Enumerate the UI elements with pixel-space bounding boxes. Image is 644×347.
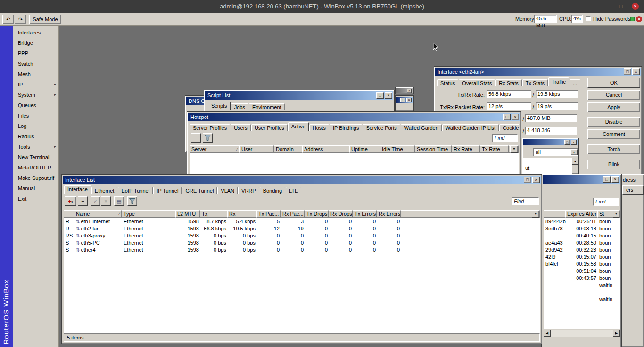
interface-row-eth1-internet[interactable]: R ⇅eth1-internet Ethernet 1598 8.7 kbps … bbox=[64, 218, 539, 225]
cancel-button[interactable]: Cancel bbox=[587, 90, 640, 100]
column-header-server[interactable]: Server∕ bbox=[190, 145, 239, 153]
column-header-type[interactable]: Type bbox=[122, 210, 175, 218]
interface-row-eth5-pc[interactable]: S ⇅eth5-PC Ethernet 1598 0 bps 0 bps 0 0… bbox=[64, 239, 539, 246]
remove-button[interactable]: − bbox=[78, 196, 88, 206]
titlebar-fragment[interactable]: □ × bbox=[396, 97, 413, 103]
blink-button[interactable]: Blink bbox=[587, 160, 640, 169]
column-header-name[interactable]: Name∕ bbox=[74, 210, 122, 218]
column-header-rx-errors[interactable]: Rx Errors bbox=[377, 210, 401, 218]
window-maximize-button[interactable]: □ bbox=[503, 114, 511, 120]
tab-server-profiles[interactable]: Server Profiles bbox=[190, 124, 230, 131]
safe-mode-button[interactable]: Safe Mode bbox=[29, 15, 61, 24]
sidebar-item-tools[interactable]: Tools▸ bbox=[13, 142, 58, 152]
scroll-up-button[interactable]: ▲ bbox=[572, 158, 578, 165]
dropdown-arrow-icon[interactable]: ▼ bbox=[570, 149, 578, 155]
tab-hosts[interactable]: Hosts bbox=[309, 124, 329, 131]
interface-row-ether4[interactable]: S ⇅ether4 Ethernet 1598 0 bps 0 bps 0 0 … bbox=[64, 246, 539, 254]
interface-row-eth2-lan[interactable]: R ⇅eth2-lan Ethernet 1598 56.8 kbps 19.5… bbox=[64, 225, 539, 232]
lease-row[interactable] bbox=[544, 289, 619, 296]
sidebar-item-switch[interactable]: Switch bbox=[13, 59, 58, 69]
filter-button[interactable] bbox=[203, 133, 213, 143]
column-header-session-time[interactable]: Session Time ... bbox=[415, 145, 452, 153]
column-header-user[interactable]: User bbox=[239, 145, 274, 153]
lease-row[interactable]: bf4fcf00:15:53boun bbox=[544, 261, 619, 268]
column-header-rx[interactable]: Rx bbox=[227, 210, 256, 218]
hotspot-titlebar[interactable]: Hotspot □ × bbox=[188, 113, 520, 121]
script-list-titlebar[interactable]: Script List □ × bbox=[205, 91, 393, 100]
titlebar-fragment[interactable]: □ × bbox=[523, 139, 578, 145]
partial-button[interactable]: ers bbox=[622, 185, 644, 195]
tab-vlan[interactable]: VLAN bbox=[217, 187, 238, 194]
lease-row[interactable]: 3edb7800:03:18boun bbox=[544, 225, 619, 232]
column-header-l2mtu[interactable]: L2 MTU bbox=[175, 210, 200, 218]
sidebar-item-mesh[interactable]: Mesh bbox=[13, 69, 58, 79]
tab-user-profiles[interactable]: User Profiles bbox=[251, 124, 288, 131]
tab-tx-stats[interactable]: Tx Stats bbox=[522, 79, 548, 86]
tab-status[interactable]: Status bbox=[437, 79, 458, 86]
column-header-domain[interactable]: Domain bbox=[274, 145, 302, 153]
column-header-tx-drops[interactable]: Tx Drops bbox=[305, 210, 329, 218]
redo-button[interactable]: ↷ bbox=[15, 15, 26, 24]
window-close-button[interactable]: × bbox=[611, 176, 619, 183]
window-close-button[interactable]: × bbox=[532, 177, 540, 183]
scroll-left-button[interactable]: ◀ bbox=[544, 330, 551, 337]
window-close-button[interactable]: × bbox=[385, 92, 392, 99]
comment-button[interactable]: Comment bbox=[587, 129, 640, 139]
window-maximize-button[interactable]: □ bbox=[624, 68, 631, 75]
sidebar-item-radius[interactable]: Radius bbox=[13, 131, 58, 142]
tab-bonding[interactable]: Bonding bbox=[260, 187, 285, 194]
lease-row[interactable]: ae4a4300:28:50boun bbox=[544, 239, 619, 246]
tab-more[interactable]: ... bbox=[570, 79, 580, 86]
sidebar-item-exit[interactable]: Exit bbox=[13, 194, 58, 204]
horizontal-scrollbar[interactable]: ◀ ▶ bbox=[544, 330, 620, 337]
tab-gre-tunnel[interactable]: GRE Tunnel bbox=[182, 187, 217, 194]
torch-button[interactable]: Torch bbox=[587, 144, 640, 154]
hide-passwords-checkbox[interactable] bbox=[586, 16, 591, 21]
find-box[interactable]: Find bbox=[593, 198, 619, 206]
sidebar-item-ip[interactable]: IP▸ bbox=[13, 79, 58, 90]
tab-interface[interactable]: Interface bbox=[64, 185, 91, 194]
app-titlebar[interactable]: admin@192.168.20.63 (bambuNET) - WinBox … bbox=[0, 0, 644, 13]
enable-button[interactable]: ✓ bbox=[91, 196, 100, 206]
tab-jobs[interactable]: Jobs bbox=[231, 103, 248, 110]
disable-button[interactable]: Disable bbox=[587, 117, 640, 127]
tab-walled-garden[interactable]: Walled Garden bbox=[401, 124, 442, 131]
add-button[interactable]: +▾ bbox=[65, 196, 76, 206]
tab-rx-stats[interactable]: Rx Stats bbox=[495, 79, 522, 86]
window-maximize-button[interactable]: □ bbox=[400, 98, 405, 102]
sidebar-item-metarouter[interactable]: MetaROUTER bbox=[13, 162, 58, 173]
window-maximize-button[interactable]: □ bbox=[603, 176, 611, 183]
remove-button[interactable]: − bbox=[191, 133, 201, 143]
column-header-tx-rate[interactable]: Tx Rate bbox=[480, 145, 509, 153]
sidebar-item-make-supout[interactable]: Make Supout.rif bbox=[13, 173, 58, 183]
sidebar-item-ppp[interactable]: PPP bbox=[13, 48, 58, 59]
tab-vrrp[interactable]: VRRP bbox=[238, 187, 259, 194]
scroll-right-button[interactable]: ▶ bbox=[613, 330, 620, 337]
column-select-dropdown[interactable]: ▼ bbox=[532, 210, 539, 218]
lease-row[interactable]: waitin bbox=[544, 282, 619, 289]
column-header-rx-packets[interactable]: Rx Pac... bbox=[281, 210, 305, 218]
tab-walled-garden-ip-list[interactable]: Walled Garden IP List bbox=[442, 124, 499, 131]
comment-button[interactable]: ▤ bbox=[114, 196, 124, 206]
interface-list-titlebar[interactable]: Interface List □ × bbox=[63, 176, 541, 184]
column-header[interactable] bbox=[544, 210, 565, 218]
sidebar-item-files[interactable]: Files bbox=[13, 110, 58, 121]
lease-row[interactable]: 00:43:57boun bbox=[544, 275, 619, 282]
window-close-button[interactable]: × bbox=[407, 89, 412, 93]
tab-overall-stats[interactable]: Overall Stats bbox=[459, 79, 495, 86]
column-select-dropdown[interactable]: ▼ bbox=[613, 210, 619, 218]
column-header-idle-time[interactable]: Idle Time bbox=[380, 145, 415, 153]
window-maximize-button[interactable]: □ bbox=[524, 177, 531, 183]
tab-ip-bindings[interactable]: IP Bindings bbox=[330, 124, 362, 131]
lease-row[interactable]: 00:40:15boun bbox=[544, 232, 619, 239]
column-header-tx[interactable]: Tx bbox=[200, 210, 227, 218]
sidebar-item-bridge[interactable]: Bridge bbox=[13, 38, 58, 48]
column-header-status[interactable]: St bbox=[597, 210, 614, 218]
tab-cookies[interactable]: Cookies bbox=[499, 124, 519, 131]
tab-eoip-tunnel[interactable]: EoIP Tunnel bbox=[118, 187, 153, 194]
sidebar-item-new-terminal[interactable]: New Terminal bbox=[13, 152, 58, 162]
filter-button[interactable] bbox=[127, 196, 137, 206]
lease-row[interactable]: waitin bbox=[544, 296, 619, 303]
lease-row[interactable]: 894442b00:25:11boun bbox=[544, 218, 619, 225]
column-header-expires-after[interactable]: Expires After bbox=[565, 210, 597, 218]
